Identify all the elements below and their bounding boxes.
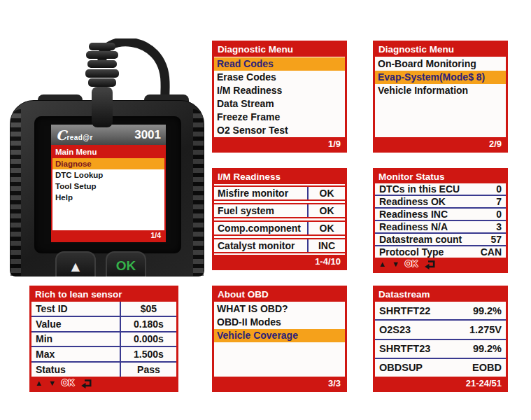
row-value: $05 <box>121 302 176 316</box>
row-label: Readiness N/A <box>379 221 448 232</box>
rib <box>87 60 117 68</box>
menu-item-o2-sensor-test[interactable]: O2 Sensor Test <box>214 124 345 137</box>
row-label: Datastream count <box>379 234 462 245</box>
down-icon: ▼ <box>392 260 399 268</box>
row-value: OK <box>307 204 345 217</box>
menu-list: Read Codes Erase Codes I/M Readiness Dat… <box>214 57 345 137</box>
menu-list: On-Board Monitoring Evap-System(Mode$ 8)… <box>375 57 506 97</box>
row-value: Pass <box>121 363 176 377</box>
row-value: 3 <box>496 221 502 232</box>
row-value: EOBD <box>472 362 502 373</box>
menu-item-what-is-obd[interactable]: WHAT IS OBD? <box>214 302 345 316</box>
sensor-table: Test ID $05 Value 0.180s Min 0.000s Max … <box>31 302 176 377</box>
row-value: INC <box>307 239 345 252</box>
page-indicator: 2/9 <box>489 139 502 149</box>
panel-footer: 2/9 <box>375 137 506 150</box>
panel-title: Diagnostic Menu <box>375 43 506 57</box>
menu-item-evap-system[interactable]: Evap-System(Mode$ 8) <box>375 71 506 84</box>
table-row: SHRTFT22 99.2% <box>375 302 506 321</box>
ok-button-label: OK <box>116 258 136 274</box>
page-indicator: 1-4/10 <box>315 256 341 267</box>
panel-rich-to-lean-sensor: Rich to lean sensor Test ID $05 Value 0.… <box>29 286 178 392</box>
screen-item-diagnose: Diagnose <box>52 158 164 169</box>
table-row: DTCs in this ECU 0 <box>375 183 506 196</box>
row-label: Readiness OK <box>379 196 446 207</box>
table-row: Max 1.500s <box>31 347 176 363</box>
table-row: Misfire monitor OK <box>214 186 345 201</box>
return-icon <box>424 260 436 270</box>
menu-item-vehicle-coverage[interactable]: Vehicle Coverage <box>214 329 345 342</box>
panel-footer: ▲ ▼ OK <box>31 377 176 390</box>
table-row: Catalyst monitor INC <box>214 238 345 253</box>
menu-item-obd-ii-modes[interactable]: OBD-II Modes <box>214 316 345 329</box>
table-row: Readiness INC 0 <box>375 209 506 221</box>
row-value: 1.275V <box>469 324 502 335</box>
menu-item-im-readiness[interactable]: I/M Readiness <box>214 84 345 97</box>
row-label: Min <box>31 332 121 346</box>
row-value: CAN <box>481 246 502 258</box>
panel-im-readiness: I/M Readiness Misfire monitor OK Fuel sy… <box>212 168 347 270</box>
menu-item-erase-codes[interactable]: Erase Codes <box>214 71 345 84</box>
datastream-table: SHRTFT22 99.2% O2S23 1.275V SHRTFT23 99.… <box>375 302 506 377</box>
row-label: DTCs in this ECU <box>379 183 460 195</box>
table-row: Min 0.000s <box>31 332 176 348</box>
row-value: 0.180s <box>121 317 176 331</box>
menu-item-on-board-monitoring[interactable]: On-Board Monitoring <box>375 57 506 71</box>
up-icon: ▲ <box>35 379 43 387</box>
page: Cread@r 3001 Main Menu Diagnose DTC Look… <box>0 0 531 420</box>
panel-footer: ▲ ▼ OK <box>375 258 506 271</box>
panel-title: Diagnostic Menu <box>214 43 345 57</box>
menu-item-data-stream[interactable]: Data Stream <box>214 97 345 111</box>
screen-item-help: Help <box>52 192 164 203</box>
menu-item-vehicle-information[interactable]: Vehicle Information <box>375 84 506 97</box>
readiness-table: Misfire monitor OK Fuel system OK Comp.c… <box>214 184 345 255</box>
screen-ui: Main Menu Diagnose DTC Lookup Tool Setup… <box>51 145 166 242</box>
down-icon: ▼ <box>48 379 56 387</box>
panel-footer: 1-4/10 <box>214 255 345 268</box>
panel-footer: 21-24/51 <box>375 377 506 390</box>
table-row: SHRTFT23 99.2% <box>375 340 506 359</box>
row-value: 57 <box>490 234 502 245</box>
row-label: O2S23 <box>379 324 411 335</box>
ok-button[interactable]: OK <box>106 251 146 276</box>
row-value: 0 <box>496 209 502 220</box>
row-label: SHRTFT22 <box>379 305 430 316</box>
table-row: Fuel system OK <box>214 203 345 218</box>
row-label: Value <box>31 317 121 331</box>
table-row: Readiness OK 7 <box>375 196 506 209</box>
up-arrow-icon: ▲ <box>69 259 83 274</box>
up-button[interactable]: ▲ <box>55 251 96 276</box>
row-value: 1.500s <box>121 347 176 361</box>
status-table: DTCs in this ECU 0 Readiness OK 7 Readin… <box>375 183 506 258</box>
rib <box>88 78 116 87</box>
table-row: Test ID $05 <box>31 302 176 317</box>
panel-title: Rich to lean sensor <box>31 288 176 302</box>
row-value: 0.000s <box>121 332 176 346</box>
row-label: Misfire monitor <box>214 187 307 200</box>
ok-icon: OK <box>62 379 75 388</box>
row-label: SHRTFT23 <box>379 343 430 354</box>
row-label: Status <box>31 363 121 377</box>
row-label: Comp.component <box>214 222 307 234</box>
up-icon: ▲ <box>378 260 386 268</box>
row-value: 99.2% <box>473 343 502 354</box>
row-value: 7 <box>496 196 502 207</box>
row-label: Catalyst monitor <box>214 239 307 252</box>
rib <box>86 51 118 59</box>
ok-icon: OK <box>405 260 418 269</box>
table-row: Datastream count 57 <box>375 234 506 246</box>
menu-item-freeze-frame[interactable]: Freeze Frame <box>214 111 345 124</box>
page-indicator: 3/3 <box>328 378 341 388</box>
return-icon <box>80 379 92 388</box>
panel-footer: 3/3 <box>214 377 345 390</box>
screen-item-tool-setup: Tool Setup <box>52 181 164 192</box>
row-value: 0 <box>496 183 502 195</box>
panel-title: Monitor Status <box>375 170 506 183</box>
menu-item-read-codes[interactable]: Read Codes <box>214 57 345 71</box>
table-row: O2S23 1.275V <box>375 321 506 340</box>
row-value: OK <box>307 222 345 234</box>
table-row: Readiness N/A 3 <box>375 221 506 234</box>
page-indicator: 21-24/51 <box>466 378 502 388</box>
rib <box>85 69 119 78</box>
panel-datastream: Datastream SHRTFT22 99.2% O2S23 1.275V S… <box>373 286 508 392</box>
